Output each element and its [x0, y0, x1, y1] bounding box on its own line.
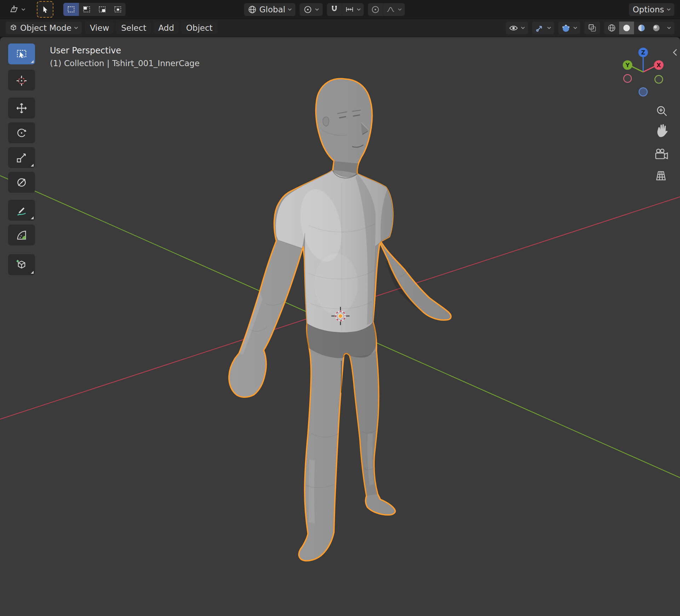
shading-solid-icon	[622, 23, 631, 33]
pivot-point-icon	[303, 5, 312, 14]
tool-measure[interactable]	[8, 225, 35, 245]
move-icon	[16, 102, 28, 114]
gizmo-axis-y[interactable]: Y	[623, 60, 632, 70]
snap-toggle[interactable]	[327, 3, 342, 16]
tool-transform[interactable]	[8, 172, 35, 193]
object-visibility-dropdown[interactable]	[506, 22, 528, 34]
svg-text:X: X	[657, 62, 661, 69]
sidebar-toggle-arrow[interactable]	[674, 50, 677, 56]
chevron-down-icon	[315, 8, 319, 11]
leg-shadow-right	[350, 351, 379, 496]
chevron-down-icon	[573, 27, 577, 29]
show-gizmos-dropdown[interactable]	[532, 22, 554, 34]
transform-orientation-label: Global	[259, 5, 285, 14]
annotate-pencil-icon	[16, 204, 28, 216]
select-mode-subtract-button[interactable]	[94, 3, 110, 16]
xray-toggle[interactable]	[584, 22, 600, 34]
snapping-group	[327, 3, 364, 16]
viewport-3d[interactable]: Z X Y	[0, 37, 680, 616]
shin-highlight-left	[309, 459, 315, 523]
snap-increment-icon	[345, 5, 354, 14]
view-perspective-label: User Perspective	[50, 46, 200, 56]
gizmo-axis-y-neg[interactable]	[655, 75, 663, 83]
toggle-perspective-grid-control[interactable]	[657, 172, 665, 180]
menu-view[interactable]: View	[85, 22, 114, 34]
proportional-editing-icon	[371, 5, 380, 14]
menu-add[interactable]: Add	[154, 22, 179, 34]
shading-rendered-button[interactable]	[649, 22, 664, 34]
tool-rotate[interactable]	[8, 122, 35, 143]
viewport-overlay-text: User Perspective (1) Collection | Tshirt…	[50, 46, 200, 68]
box-select-icon	[16, 48, 28, 60]
shading-rendered-icon	[652, 23, 661, 33]
tool-add-cube[interactable]	[8, 254, 35, 275]
object-origin-dot	[338, 314, 342, 318]
chevron-down-icon	[667, 27, 671, 29]
shading-solid-button[interactable]	[619, 22, 634, 34]
xray-icon	[588, 23, 597, 33]
proportional-edit-group	[368, 3, 405, 16]
active-tool-button[interactable]	[37, 1, 53, 18]
chevron-down-icon	[288, 8, 292, 11]
editor-type-button[interactable]	[6, 3, 29, 16]
navigation-gizmo[interactable]: Z X Y	[623, 48, 663, 96]
tool-annotate[interactable]	[8, 200, 35, 221]
shading-material-button[interactable]	[634, 22, 649, 34]
mode-dropdown[interactable]: Object Mode	[6, 22, 82, 34]
chevron-down-icon	[667, 8, 671, 11]
transform-icon	[16, 176, 28, 188]
chevron-down-icon	[547, 27, 551, 29]
scale-icon	[16, 152, 28, 164]
svg-text:Y: Y	[625, 62, 630, 69]
shading-wireframe-button[interactable]	[604, 22, 619, 34]
shading-mode-group	[604, 22, 674, 34]
tool-scale[interactable]	[8, 147, 35, 168]
select-extend-icon	[82, 5, 91, 13]
transform-orientation-dropdown[interactable]: Global	[244, 3, 295, 16]
rotate-icon	[16, 127, 28, 139]
tool-submenu-indicator	[31, 271, 34, 274]
chevron-down-icon	[521, 27, 525, 29]
select-subtract-icon	[98, 5, 107, 13]
shading-options-dropdown[interactable]	[664, 22, 674, 34]
viewport-header: Object Mode View Select Add Object	[0, 19, 680, 37]
zoom-control[interactable]	[657, 107, 667, 116]
tool-move[interactable]	[8, 98, 35, 118]
shading-material-icon	[637, 23, 646, 33]
show-overlays-dropdown[interactable]	[558, 22, 580, 34]
pivot-point-dropdown[interactable]	[300, 3, 323, 16]
select-intersect-icon	[114, 5, 122, 13]
shirt-highlight-belly	[315, 254, 358, 314]
select-mode-set-button[interactable]	[63, 3, 79, 16]
menu-object[interactable]: Object	[181, 22, 217, 34]
snap-settings-dropdown[interactable]	[342, 3, 364, 16]
select-mode-extend-button[interactable]	[79, 3, 94, 16]
tool-cursor[interactable]	[8, 70, 35, 91]
tool-select-box[interactable]	[8, 43, 35, 64]
select-set-icon	[67, 5, 76, 13]
gizmo-axis-z[interactable]: Z	[638, 48, 648, 57]
chevron-down-icon	[21, 8, 25, 11]
viewport-editor-icon	[9, 5, 19, 14]
active-collection-breadcrumb: (1) Collection | Tshirt_001_InnerCage	[50, 59, 200, 68]
gizmo-axis-x-neg[interactable]	[624, 75, 632, 82]
gizmo-axis-z-neg[interactable]	[639, 88, 647, 96]
tool-submenu-indicator	[31, 216, 34, 219]
select-mode-intersect-button[interactable]	[110, 3, 126, 16]
pan-hand-control[interactable]	[657, 124, 668, 137]
chevron-down-icon	[398, 8, 402, 11]
options-dropdown[interactable]: Options	[629, 3, 674, 16]
gizmos-arrow-icon	[535, 23, 544, 33]
tool-submenu-indicator	[31, 60, 34, 63]
proportional-falloff-dropdown[interactable]	[383, 3, 405, 16]
snap-magnet-icon	[330, 5, 339, 14]
menu-select[interactable]: Select	[116, 22, 151, 34]
visibility-eye-icon	[509, 23, 518, 33]
mode-label: Object Mode	[20, 23, 71, 33]
falloff-curve-icon	[386, 5, 395, 14]
camera-view-control[interactable]	[656, 149, 667, 159]
proportional-editing-toggle[interactable]	[368, 3, 383, 16]
add-cube-icon	[16, 259, 28, 271]
gizmo-axis-x[interactable]: X	[654, 60, 664, 70]
selected-object-mesh[interactable]	[229, 79, 451, 561]
